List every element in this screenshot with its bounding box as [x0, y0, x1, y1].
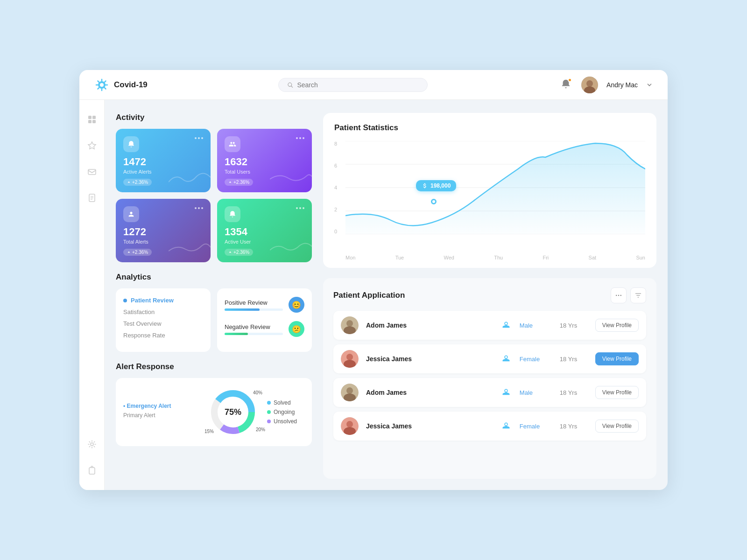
analytics-item-2[interactable]: Test Overview — [123, 320, 203, 327]
patient-avatar-2 — [341, 384, 359, 401]
card-active-user: 1354 Active User +2.36% — [217, 199, 312, 262]
positive-review-row: Positive Review 😊 — [225, 297, 304, 313]
patient-filter-button[interactable] — [630, 287, 646, 303]
analytics-title: Analytics — [116, 273, 312, 282]
donut-label-40: 40% — [253, 390, 262, 395]
gender-icon-0 — [502, 321, 510, 329]
patient-gender-1: Female — [520, 356, 552, 363]
topbar-right: Andry Mac — [559, 77, 653, 93]
right-panel: Patient Statistics 8 6 4 2 0 — [323, 113, 656, 479]
chart-y-labels: 8 6 4 2 0 — [334, 141, 344, 234]
donut-label-20: 20% — [256, 427, 265, 432]
analytics-dot-0 — [123, 299, 127, 302]
analytics-grid: Patient Review Satisfaction Test Overvie… — [116, 288, 312, 352]
card-dots-1[interactable] — [195, 137, 203, 139]
svg-line-9 — [98, 87, 99, 89]
view-profile-button-2[interactable]: View Profile — [595, 386, 639, 399]
search-wrap[interactable] — [278, 78, 428, 92]
tooltip-icon — [422, 182, 428, 189]
svg-point-48 — [346, 421, 353, 427]
card-wave-4 — [270, 239, 312, 256]
chevron-down-icon[interactable] — [646, 82, 653, 88]
positive-review-icon: 😊 — [289, 297, 304, 313]
svg-line-8 — [105, 81, 106, 82]
donut-label-15: 15% — [204, 429, 214, 434]
sidebar-item-clipboard[interactable] — [85, 464, 99, 477]
patient-row: Adom James Male 18 Yrs View Profile — [333, 378, 646, 407]
negative-review-row: Negative Review 😕 — [225, 321, 304, 337]
card-dots-3[interactable] — [195, 207, 203, 209]
search-input[interactable] — [297, 81, 419, 89]
svg-point-39 — [346, 320, 353, 327]
alert-legend-right: Solved Ongoing Unsolved — [267, 399, 304, 425]
card-value-4: 1354 — [225, 226, 304, 238]
card-active-alerts: 1472 Active Alerts +2.36% — [116, 129, 211, 192]
positive-review-label: Positive Review — [225, 299, 283, 306]
analytics-section: Analytics Patient Review Satisfaction — [116, 273, 312, 352]
sidebar-item-grid[interactable] — [85, 113, 99, 126]
notification-button[interactable] — [559, 77, 573, 92]
card-total-alerts: 1272 Total Alerts +2.36% — [116, 199, 211, 262]
activity-grid: 1472 Active Alerts +2.36% — [116, 129, 312, 262]
analytics-item-1[interactable]: Satisfaction — [123, 308, 203, 315]
svg-point-35 — [616, 295, 617, 296]
card-wave-1 — [169, 169, 211, 186]
patient-avatar-3 — [341, 417, 359, 435]
view-profile-button-3[interactable]: View Profile — [595, 420, 639, 433]
card-total-users: 1632 Total Users +2.36% — [217, 129, 312, 192]
patient-name-0: Adom James — [366, 322, 494, 329]
analytics-item-3[interactable]: Response Rate — [123, 332, 203, 339]
negative-review-bar-wrap: Negative Review — [225, 323, 283, 335]
alert-section: Alert Response • Emergency Alert Primary… — [116, 362, 312, 446]
donut-center: 75% — [225, 407, 241, 417]
svg-point-13 — [586, 80, 593, 87]
sidebar-item-star[interactable] — [85, 139, 99, 152]
svg-point-1 — [100, 83, 104, 87]
svg-rect-15 — [88, 116, 92, 119]
gender-icon-3 — [502, 422, 510, 430]
view-profile-button-1[interactable]: View Profile — [595, 352, 639, 365]
patient-avatar-1 — [341, 350, 359, 368]
analytics-item-0[interactable]: Patient Review — [123, 297, 203, 304]
view-profile-button-0[interactable]: View Profile — [595, 319, 639, 332]
sidebar-item-mail[interactable] — [85, 165, 99, 178]
svg-rect-17 — [88, 120, 92, 123]
legend-dot-ongoing — [267, 410, 271, 414]
alert-legend-primary: Primary Alert — [123, 412, 199, 419]
card-icon-person — [123, 206, 139, 222]
notif-badge — [568, 78, 572, 82]
legend-unsolved: Unsolved — [267, 418, 304, 425]
card-badge-1: +2.36% — [123, 179, 152, 186]
sidebar-item-settings[interactable] — [85, 438, 99, 451]
sidebar-item-book[interactable] — [85, 191, 99, 204]
patient-name-3: Jessica James — [366, 422, 494, 430]
user-name: Andry Mac — [606, 81, 638, 89]
patient-header: Patient Application — [333, 287, 646, 303]
patient-gender-0: Male — [520, 322, 552, 329]
card-dots-2[interactable] — [296, 137, 304, 139]
card-dots-4[interactable] — [296, 207, 304, 209]
patient-actions — [611, 287, 646, 303]
virus-icon — [94, 77, 109, 92]
svg-point-36 — [618, 295, 619, 296]
chart-section: Patient Statistics 8 6 4 2 0 — [323, 113, 656, 268]
gender-icon-1 — [502, 355, 510, 363]
alert-legend: • Emergency Alert Primary Alert — [123, 403, 199, 421]
patient-row: Adom James Male 18 Yrs View Profile — [333, 311, 646, 340]
patient-section: Patient Application — [323, 278, 656, 479]
activity-section: Activity — [116, 113, 312, 262]
main-layout: Activity — [79, 100, 668, 490]
alert-title: Alert Response — [116, 362, 312, 371]
patient-name-2: Adom James — [366, 389, 494, 396]
chart-area: 8 6 4 2 0 — [334, 141, 645, 253]
patient-more-button[interactable] — [611, 287, 627, 303]
patient-gender-2: Male — [520, 389, 552, 396]
patient-age-1: 18 Yrs — [560, 356, 588, 363]
patient-age-0: 18 Yrs — [560, 322, 588, 329]
negative-review-fill — [225, 333, 248, 335]
chart-svg — [345, 141, 645, 234]
chart-data-point — [431, 199, 437, 204]
svg-rect-25 — [89, 468, 95, 474]
svg-point-24 — [91, 443, 93, 446]
legend-dot-solved — [267, 401, 271, 405]
